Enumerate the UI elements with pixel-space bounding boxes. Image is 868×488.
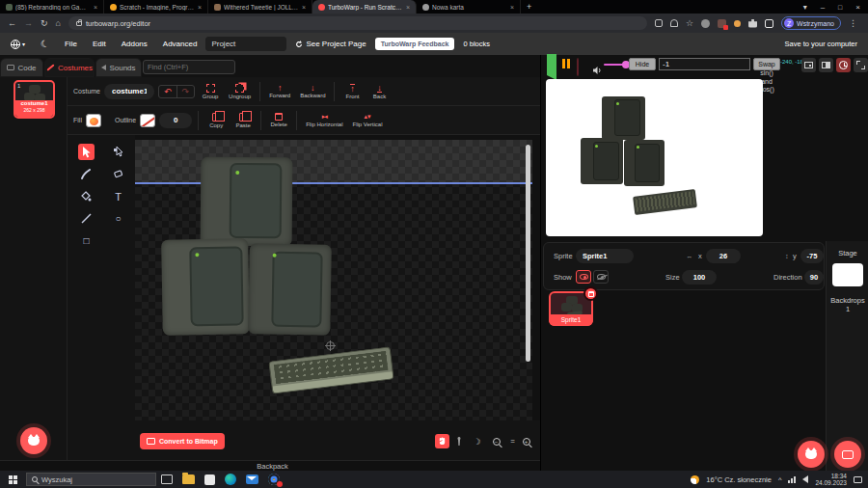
browser-tab-turbowarp-active[interactable]: TurboWarp - Run Scratch projec × [312,0,417,14]
canvas-vertical-scrollbar[interactable] [526,145,530,362]
drawing-keyboard[interactable] [268,346,393,393]
install-icon[interactable] [655,19,663,27]
hide-cursor-button[interactable]: Hide Cursor [629,58,656,70]
chrome-icon[interactable] [268,474,280,485]
backdrop-thumbnail[interactable] [832,263,863,286]
reshape-tool[interactable] [110,144,126,160]
circle-tool[interactable]: ○ [110,210,126,227]
back-button[interactable]: ↓ Back [367,84,391,99]
delete-button[interactable]: Delete [267,113,290,127]
menu-advanced[interactable]: Advanced [156,33,204,55]
browser-tab-new[interactable]: Nowa karta × [417,0,521,14]
browser-reload-icon[interactable]: ↻ [41,18,48,28]
fullscreen-button[interactable] [854,58,868,72]
camera-extension-icon[interactable] [701,19,710,28]
paint-canvas[interactable] [135,140,532,420]
eraser-tool[interactable] [110,166,126,182]
theme-toggle-button[interactable]: ☾ [34,33,56,55]
save-to-computer-button[interactable]: Save to your computer [778,33,864,55]
drawing-monitor-top[interactable] [201,157,293,247]
green-flag-button[interactable] [547,59,556,76]
sprite-name-input[interactable] [576,249,634,263]
forward-button[interactable]: ↑ Forward [266,84,293,98]
tab-close-icon[interactable]: × [406,4,410,11]
delete-sprite-button[interactable] [583,286,598,301]
url-bar[interactable]: turbowarp.org/editor [68,16,647,30]
clock-addon-button[interactable] [836,58,851,72]
tab-close-icon[interactable]: × [302,4,306,11]
undo-icon[interactable]: ↶ [159,86,177,97]
menu-edit[interactable]: Edit [86,33,113,55]
copy-button[interactable]: Copy [204,113,228,128]
costume-name-input[interactable] [104,84,154,99]
fill-tool[interactable] [78,188,95,204]
start-button[interactable] [9,475,17,484]
mail-icon[interactable] [246,474,258,484]
add-sprite-button[interactable] [798,441,825,468]
language-button[interactable]: ▾ [4,33,32,55]
file-explorer-icon[interactable] [182,474,195,484]
cursor-mode-button[interactable] [435,434,449,448]
zoom-reset-button[interactable]: = [505,434,520,448]
menu-addons[interactable]: Addons [115,33,154,55]
y-input[interactable] [800,249,824,263]
line-tool[interactable] [78,210,95,227]
browser-back-icon[interactable]: ← [8,18,16,28]
tab-sounds[interactable]: Sounds [95,58,142,77]
feedback-button[interactable]: TurboWarp Feedback [375,38,455,50]
browser-home-icon[interactable]: ⌂ [56,18,61,28]
size-input[interactable] [682,270,717,285]
stage[interactable] [546,79,763,236]
brush-tool[interactable] [78,166,95,182]
extensions-puzzle-icon[interactable] [748,19,757,28]
dark-extension-icon[interactable] [765,19,773,28]
tab-close-icon[interactable]: × [94,4,97,11]
show-visible-button[interactable] [576,270,591,284]
backpack-bar[interactable]: Backpack [0,460,545,471]
weather-icon[interactable] [691,475,699,484]
large-stage-button[interactable] [819,58,833,72]
add-backdrop-button[interactable] [834,441,861,468]
tab-costumes[interactable]: Costumes [44,58,95,77]
add-costume-button[interactable] [20,427,47,454]
backward-button[interactable]: ↓ Backward [297,84,328,98]
url-text[interactable]: turbowarp.org/editor [86,19,150,28]
ungroup-button[interactable]: Ungroup [226,84,254,99]
show-hidden-button[interactable] [593,270,609,284]
zoom-out-button[interactable]: − [489,434,503,448]
sprite-item-selected[interactable]: Sprite1 [549,291,593,326]
avatar-extension-icon[interactable] [718,19,726,28]
browser-tab-jolly-wiki[interactable]: Withered Tweetie | JOLLY Wiki | F × [208,0,312,14]
taskbar-clock[interactable]: 18:34 24.09.2023 [815,473,847,487]
network-icon[interactable] [788,476,796,483]
costume-item-selected[interactable]: 1 costume1 262 x 298 [14,80,55,119]
flip-vertical-button[interactable]: ▴▾ Flip Vertical [350,113,386,127]
paint-dark-mode-button[interactable]: ☽ [470,434,484,448]
window-close-icon[interactable]: × [855,3,860,12]
small-stage-button[interactable] [801,58,816,72]
project-name-input[interactable] [205,37,286,51]
redo-icon[interactable]: ↷ [177,86,195,97]
menu-file[interactable]: File [58,33,84,55]
stroke-width-input[interactable] [159,113,192,128]
speaker-icon[interactable] [802,475,808,483]
select-tool[interactable] [78,144,95,160]
volume-slider[interactable] [604,64,627,66]
pause-button[interactable] [562,59,570,68]
addon-value-input[interactable] [659,58,750,70]
bookmark-star-icon[interactable]: ☆ [686,18,693,28]
share-icon[interactable] [670,19,678,27]
volume-speaker-icon[interactable] [593,61,602,78]
flip-horizontal-button[interactable]: ▸◂ Flip Horizontal [303,113,345,127]
direction-input[interactable] [804,270,824,285]
convert-to-bitmap-button[interactable]: Convert to Bitmap [140,433,225,449]
rectangle-tool[interactable]: □ [78,232,95,249]
paste-button[interactable]: Paste [231,113,255,128]
find-input[interactable] [143,60,235,74]
weather-text[interactable]: 16°C Cz. słonecznie [706,475,772,484]
stop-button[interactable] [577,59,579,76]
group-button[interactable]: Group [199,84,222,99]
drawing-monitor-right[interactable] [248,243,332,335]
front-button[interactable]: ↑ Front [340,84,364,99]
x-input[interactable] [706,249,741,263]
